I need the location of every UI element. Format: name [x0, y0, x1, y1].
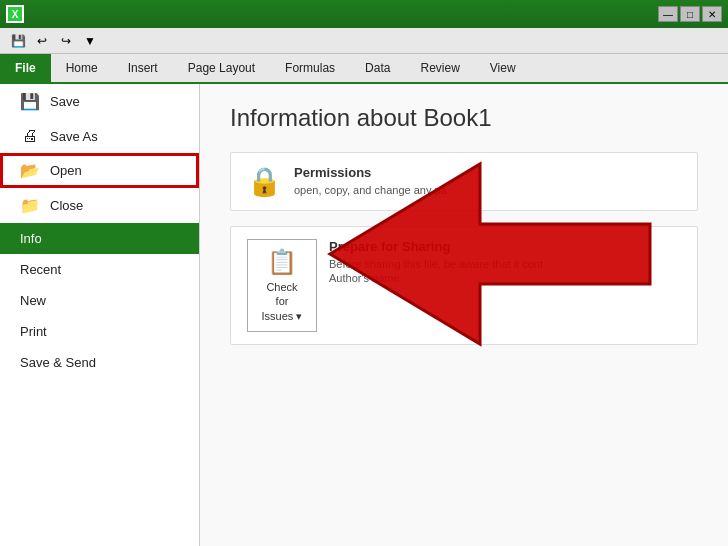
lock-icon: 🔒	[247, 165, 282, 198]
tab-view[interactable]: View	[475, 54, 531, 82]
tab-review[interactable]: Review	[405, 54, 474, 82]
check-issues-icon: 📋	[267, 248, 297, 276]
prepare-section: 📋 Check forIssues ▾ Prepare for Sharing …	[230, 226, 698, 345]
close-button[interactable]: ✕	[702, 6, 722, 22]
menu-new[interactable]: New	[0, 285, 199, 316]
menu-info[interactable]: Info	[0, 223, 199, 254]
tab-home[interactable]: Home	[51, 54, 113, 82]
backstage-view: 💾 Save 🖨 Save As 📂 Open 📁 Close Info Rec…	[0, 84, 728, 546]
app-icon: X	[6, 5, 24, 23]
close-icon: 📁	[20, 196, 40, 215]
tab-formulas[interactable]: Formulas	[270, 54, 350, 82]
permissions-text: Permissions open, copy, and change any p…	[294, 165, 447, 196]
maximize-button[interactable]: □	[680, 6, 700, 22]
backstage-content: Information about Book1 🔒 Permissions op…	[200, 84, 728, 546]
minimize-button[interactable]: —	[658, 6, 678, 22]
quick-access-toolbar: 💾 ↩ ↪ ▼	[0, 28, 728, 54]
qat-save-button[interactable]: 💾	[8, 31, 28, 51]
qat-redo-button[interactable]: ↪	[56, 31, 76, 51]
permissions-section: 🔒 Permissions open, copy, and change any…	[230, 152, 698, 211]
menu-open[interactable]: 📂 Open	[0, 153, 199, 188]
tab-file[interactable]: File	[0, 54, 51, 82]
window-controls[interactable]: — □ ✕	[658, 6, 722, 22]
title-bar: X — □ ✕	[0, 0, 728, 28]
tab-insert[interactable]: Insert	[113, 54, 173, 82]
check-issues-button[interactable]: 📋 Check forIssues ▾	[247, 239, 317, 332]
menu-recent[interactable]: Recent	[0, 254, 199, 285]
backstage-sidebar: 💾 Save 🖨 Save As 📂 Open 📁 Close Info Rec…	[0, 84, 200, 546]
tab-data[interactable]: Data	[350, 54, 405, 82]
ribbon-tabs: File Home Insert Page Layout Formulas Da…	[0, 54, 728, 84]
save-icon: 💾	[20, 92, 40, 111]
prepare-text: Prepare for Sharing Before sharing this …	[329, 239, 543, 284]
menu-close[interactable]: 📁 Close	[0, 188, 199, 223]
page-title: Information about Book1	[230, 104, 698, 132]
save-as-icon: 🖨	[20, 127, 40, 145]
menu-print[interactable]: Print	[0, 316, 199, 347]
qat-undo-button[interactable]: ↩	[32, 31, 52, 51]
menu-save-send[interactable]: Save & Send	[0, 347, 199, 378]
tab-page-layout[interactable]: Page Layout	[173, 54, 270, 82]
qat-dropdown-button[interactable]: ▼	[80, 31, 100, 51]
menu-save-as[interactable]: 🖨 Save As	[0, 119, 199, 153]
menu-save[interactable]: 💾 Save	[0, 84, 199, 119]
open-icon: 📂	[20, 161, 40, 180]
check-issues-label: Check forIssues ▾	[260, 280, 304, 323]
